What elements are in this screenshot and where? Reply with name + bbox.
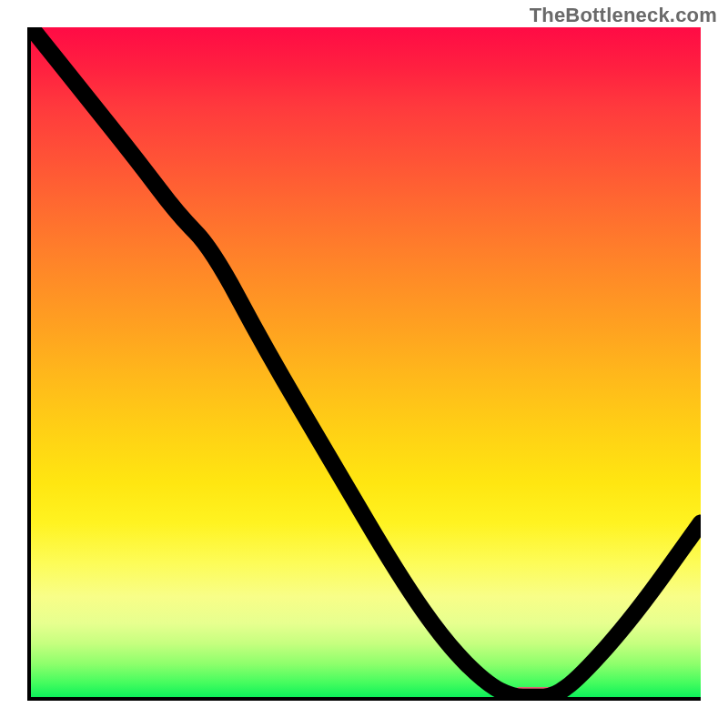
curve-path [31,27,701,697]
bottleneck-curve [31,27,701,697]
watermark-text: TheBottleneck.com [530,4,717,27]
plot-area [27,27,701,701]
chart-frame: TheBottleneck.com [0,0,728,728]
